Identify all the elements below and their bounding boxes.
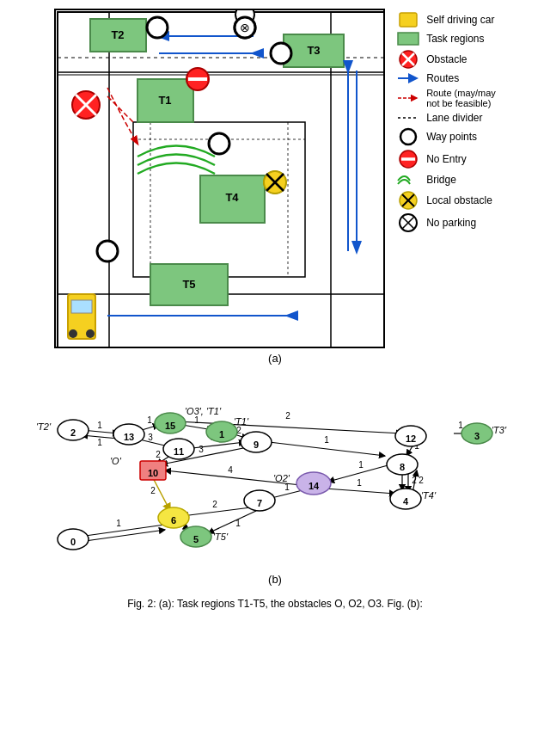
svg-line-88 (79, 525, 165, 537)
graph-svg: 1 1 1 3 2 1 2 2 3 1 2 1 1 (17, 372, 533, 569)
legend-waypoints: Way points (395, 127, 496, 146)
edge-label: 4 (228, 465, 233, 475)
svg-point-27 (147, 17, 168, 38)
svg-point-44 (69, 329, 77, 338)
svg-point-29 (209, 133, 229, 154)
legend-task-regions: Task regions (395, 31, 496, 46)
legend-self-driving-car: Self driving car (395, 12, 496, 28)
tag-o3-t1: 'O3', 'T1' (185, 406, 222, 416)
legend-routes: Routes (395, 72, 496, 84)
legend-local-obstacle: Local obstacle (395, 191, 496, 210)
legend-area: Self driving car Task regions Obst (395, 9, 496, 236)
tag-t3: 'T3' (492, 425, 507, 435)
svg-text:11: 11 (174, 446, 184, 457)
svg-rect-43 (71, 300, 92, 313)
svg-text:13: 13 (124, 432, 134, 442)
edge-label: 1 (358, 460, 364, 470)
tag-t2: 'T2' (36, 421, 52, 432)
svg-text:⊗: ⊗ (240, 21, 250, 34)
legend-text-waypoints: Way points (426, 131, 477, 143)
tag-t4: 'T4' (421, 490, 437, 501)
svg-text:5: 5 (193, 534, 199, 544)
svg-text:0: 0 (70, 537, 76, 547)
svg-text:4: 4 (403, 496, 409, 507)
edge-label: 1 (97, 438, 102, 447)
legend-lane-divider: Lane divider (395, 112, 496, 124)
tag-o: 'O' (110, 456, 122, 466)
edge-label: 1 (284, 482, 290, 492)
edge-label: 2 (212, 500, 217, 509)
legend-bridge: Bridge (395, 172, 496, 187)
map-svg: T2 T1 T3 T4 T5 (54, 9, 385, 348)
caption-b: (b) (268, 573, 282, 586)
edge-label: 2 (150, 486, 156, 495)
part-a-wrapper: T2 T1 T3 T4 T5 (54, 9, 496, 348)
svg-point-31 (97, 241, 118, 261)
legend-text-bridge: Bridge (426, 174, 456, 186)
main-container: T2 T1 T3 T4 T5 (0, 0, 550, 618)
legend-text-local: Local obstacle (426, 194, 492, 206)
svg-text:6: 6 (171, 515, 176, 526)
legend-text-task: Task regions (426, 33, 484, 45)
edge-label: 1 (116, 519, 121, 528)
svg-text:15: 15 (165, 421, 175, 431)
legend-text-no-parking: No parking (426, 217, 476, 229)
svg-rect-49 (398, 33, 419, 45)
edge-label: 2 (285, 411, 290, 421)
legend-text-obstacle: Obstacle (426, 53, 467, 65)
edge-label: 1 (194, 415, 199, 425)
svg-point-45 (86, 329, 95, 338)
edge-label: 1 (97, 421, 102, 430)
svg-line-83 (325, 489, 395, 494)
svg-text:2: 2 (70, 427, 76, 438)
svg-point-56 (400, 129, 416, 144)
svg-text:3: 3 (474, 431, 480, 441)
svg-line-89 (79, 530, 165, 542)
tag-o2: 'O2' (273, 473, 290, 483)
svg-text:8: 8 (400, 462, 405, 472)
svg-text:1: 1 (219, 429, 224, 439)
svg-text:10: 10 (148, 468, 158, 478)
caption-a: (a) (268, 352, 282, 365)
edge-label: 2 (419, 476, 424, 485)
fig-caption: Fig. 2: (a): Task regions T1-T5, the obs… (26, 596, 524, 612)
svg-text:T2: T2 (112, 28, 125, 41)
edge-label: 1 (357, 478, 362, 488)
svg-line-85 (208, 511, 256, 533)
edge-label: 1 (147, 415, 152, 425)
legend-text-lane: Lane divider (426, 112, 482, 124)
svg-text:12: 12 (406, 433, 416, 444)
legend-text-car: Self driving car (426, 14, 494, 26)
svg-text:T5: T5 (183, 278, 196, 291)
edge-label: 3 (148, 433, 153, 442)
edge-label: 1 (235, 519, 241, 528)
legend-text-routes: Routes (426, 72, 459, 84)
svg-text:9: 9 (254, 439, 259, 450)
legend-no-parking: No parking (395, 213, 496, 232)
legend-obstacle: Obstacle (395, 50, 496, 69)
svg-text:14: 14 (309, 481, 320, 491)
legend-route-feasible: Route (may/maynot be feasible) (395, 88, 496, 108)
legend-text-no-entry: No Entry (426, 153, 467, 165)
edge-label: 1 (324, 435, 329, 445)
svg-text:T4: T4 (226, 191, 240, 204)
tag-t1: 'T1' (234, 416, 249, 427)
svg-text:T3: T3 (308, 44, 321, 57)
svg-rect-48 (400, 13, 417, 27)
svg-text:7: 7 (257, 498, 262, 508)
edge-label: 3 (199, 445, 204, 454)
svg-text:T1: T1 (159, 94, 172, 107)
legend-text-feasible: Route (may/maynot be feasible) (426, 88, 496, 108)
svg-point-28 (271, 43, 291, 64)
edge-label: 2 (156, 450, 161, 459)
tag-t5: 'T5' (213, 532, 229, 542)
legend-no-entry: No Entry (395, 150, 496, 169)
